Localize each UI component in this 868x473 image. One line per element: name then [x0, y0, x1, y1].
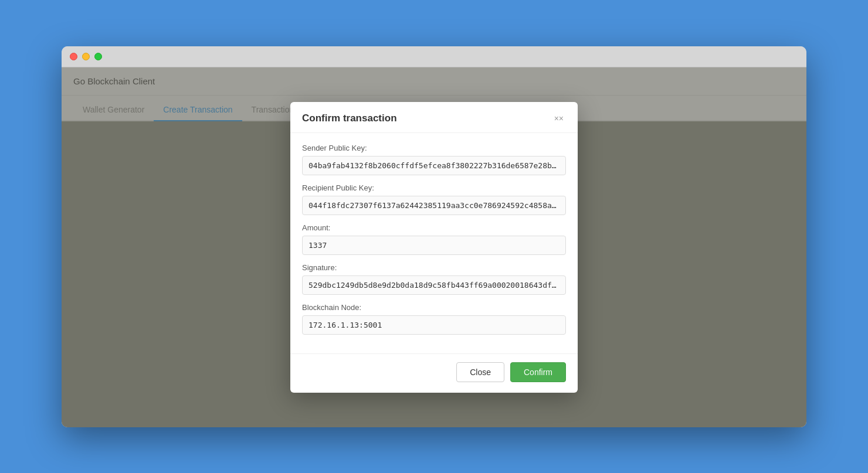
close-button[interactable]: [70, 53, 77, 60]
blockchain-node-label: Blockchain Node:: [302, 303, 566, 312]
minimize-button[interactable]: [82, 53, 90, 60]
recipient-public-key-input[interactable]: [302, 196, 566, 215]
sender-public-key-group: Sender Public Key:: [302, 144, 566, 175]
close-button[interactable]: Close: [456, 362, 504, 382]
modal-title: Confirm transaction: [302, 113, 397, 124]
app-window: Go Blockchain Client Wallet Generator Cr…: [62, 46, 806, 427]
recipient-public-key-group: Recipient Public Key:: [302, 183, 566, 215]
recipient-public-key-label: Recipient Public Key:: [302, 183, 566, 192]
confirm-button[interactable]: Confirm: [510, 362, 566, 382]
confirm-transaction-modal: Confirm transaction ×× Sender Public Key…: [290, 102, 578, 393]
blockchain-node-input[interactable]: [302, 315, 566, 335]
modal-footer: Close Confirm: [290, 353, 578, 393]
modal-overlay: Confirm transaction ×× Sender Public Key…: [62, 67, 806, 427]
sender-public-key-input[interactable]: [302, 156, 566, 175]
signature-input[interactable]: [302, 275, 566, 295]
modal-close-x-button[interactable]: ××: [552, 113, 566, 124]
titlebar: [62, 46, 806, 67]
sender-public-key-label: Sender Public Key:: [302, 144, 566, 152]
maximize-button[interactable]: [94, 53, 102, 60]
amount-group: Amount:: [302, 223, 566, 255]
modal-body: Sender Public Key: Recipient Public Key:…: [290, 133, 578, 353]
amount-input[interactable]: [302, 236, 566, 255]
amount-label: Amount:: [302, 223, 566, 232]
signature-group: Signature:: [302, 263, 566, 295]
blockchain-node-group: Blockchain Node:: [302, 303, 566, 335]
window-content: Go Blockchain Client Wallet Generator Cr…: [62, 67, 806, 427]
signature-label: Signature:: [302, 263, 566, 272]
modal-header: Confirm transaction ××: [290, 102, 578, 133]
